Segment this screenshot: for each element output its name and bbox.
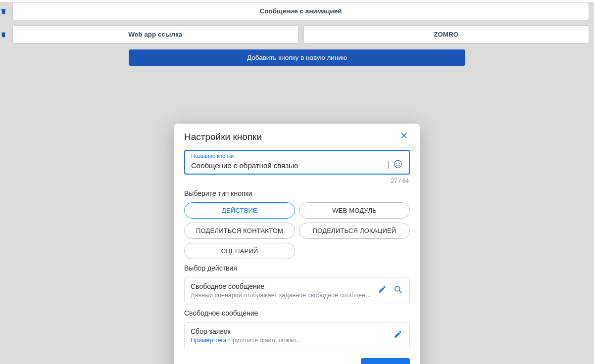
button-name-label: Название кнопки [191, 153, 404, 159]
close-button[interactable]: Закрыть [319, 359, 350, 364]
trash-icon [0, 31, 7, 38]
emoji-picker-button[interactable] [393, 159, 404, 171]
search-icon [393, 284, 403, 294]
action-select-label: Выбор действия [184, 264, 410, 272]
add-button-new-line[interactable]: Добавить кнопку в новую линию [129, 49, 465, 66]
action-card-title: Свободное сообщение [191, 282, 372, 290]
button-name-field[interactable]: Название кнопки Сообщение с обратной свя… [184, 150, 410, 175]
page-root: Сообщение с анимацией Web app ссылка ZOM… [0, 2, 594, 364]
button-name-input[interactable]: Сообщение с обратной связью [191, 160, 388, 170]
action-edit-button[interactable] [377, 285, 388, 296]
button-type-label: Выберите тип кнопки [184, 189, 410, 197]
type-option-share-location[interactable]: ПОДЕЛИТЬСЯ ЛОКАЦИЕЙ [299, 223, 410, 239]
action-card[interactable]: Свободное сообщение Данный сценарий отоб… [184, 277, 410, 304]
free-message-sub: Пример тега Пришлите файл, пожал... [191, 337, 388, 344]
pencil-icon [394, 330, 402, 339]
background-editor: Сообщение с анимацией Web app ссылка ZOM… [0, 2, 594, 66]
type-option-share-contact[interactable]: ПОДЕЛИТЬСЯ КОНТАКТОМ [184, 223, 295, 239]
svg-point-0 [395, 161, 402, 168]
close-icon [400, 132, 408, 139]
row1-drag-handle[interactable] [0, 2, 12, 20]
button-bar-zomro[interactable]: ZOMRO [303, 25, 590, 44]
button-bar-webapp[interactable]: Web app ссылка [12, 25, 298, 44]
svg-point-3 [395, 286, 400, 291]
action-search-button[interactable] [393, 284, 403, 297]
svg-point-2 [399, 163, 400, 164]
type-option-action[interactable]: ДЕЙСТВИЕ [184, 202, 295, 219]
free-message-card[interactable]: Сбор заявок Пример тега Пришлите файл, п… [184, 322, 410, 349]
modal-footer: Удалить Закрыть Изменить [184, 358, 410, 364]
row2-drag-handle[interactable] [0, 25, 12, 44]
modal-title: Настройки кнопки [184, 132, 262, 142]
submit-button[interactable]: Изменить [361, 358, 410, 364]
free-message-edit-button[interactable] [393, 330, 403, 341]
free-message-label: Свободное сообщение [184, 309, 410, 317]
free-message-title: Сбор заявок [191, 327, 388, 335]
trash-icon [0, 8, 7, 15]
button-type-group: ДЕЙСТВИЕ WEB МОДУЛЬ ПОДЕЛИТЬСЯ КОНТАКТОМ… [184, 202, 410, 259]
svg-point-1 [396, 163, 397, 164]
char-counter: 27 / 64 [184, 178, 410, 184]
pencil-icon [378, 285, 387, 294]
smiley-icon [393, 159, 403, 169]
type-option-web-module[interactable]: WEB МОДУЛЬ [299, 202, 410, 219]
text-caret [388, 161, 389, 170]
type-option-scenario[interactable]: СЦЕНАРИЙ [184, 243, 295, 259]
tag-rest: Пришлите файл, пожал... [227, 337, 302, 344]
delete-button[interactable]: Удалить [278, 359, 308, 364]
modal-close-button[interactable] [398, 131, 410, 143]
button-settings-modal: Настройки кнопки Название кнопки Сообщен… [174, 124, 420, 364]
tag-label: Пример тега [191, 337, 227, 344]
button-bar-animation[interactable]: Сообщение с анимацией [12, 2, 589, 20]
action-card-sub: Данный сценарий отображает заданное своб… [191, 292, 372, 299]
